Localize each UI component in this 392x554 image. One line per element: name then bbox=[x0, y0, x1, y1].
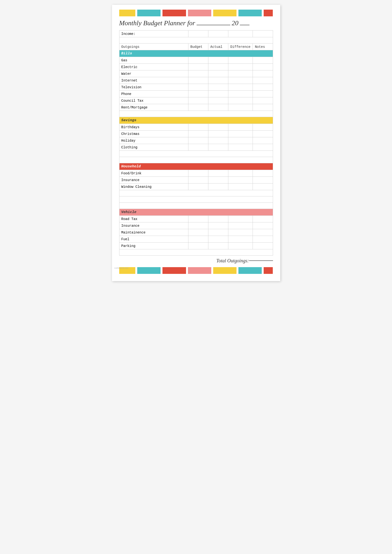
header-actual: Actual bbox=[208, 43, 228, 50]
table-row: Gas bbox=[119, 57, 273, 64]
household-empty-1 bbox=[119, 190, 273, 196]
household-empty-2 bbox=[119, 196, 273, 203]
title-text: Monthly Budget Planner for bbox=[119, 19, 196, 27]
income-notes bbox=[253, 30, 273, 37]
bar-yellow-2 bbox=[213, 10, 237, 16]
table-row: Road Tax bbox=[119, 216, 273, 222]
item-holiday: Holiday bbox=[119, 137, 189, 144]
bar-teal-1 bbox=[137, 10, 161, 16]
table-row: Food/Drink bbox=[119, 170, 273, 177]
table-row: Window Cleaning bbox=[119, 184, 273, 190]
item-water: Water bbox=[119, 71, 189, 77]
title-year-line bbox=[240, 25, 250, 25]
category-savings: Savings bbox=[119, 117, 273, 124]
income-budget bbox=[189, 30, 208, 37]
watermark: cod4source.com bbox=[114, 267, 129, 269]
table-row: Christmas bbox=[119, 131, 273, 137]
color-bar-top bbox=[119, 10, 273, 16]
page-title: Monthly Budget Planner for 20 bbox=[119, 19, 273, 27]
bar-bottom-teal-1 bbox=[137, 267, 161, 274]
table-row: Phone bbox=[119, 91, 273, 97]
savings-label: Savings bbox=[119, 117, 273, 124]
bar-bottom-pink-1 bbox=[188, 267, 211, 274]
column-headers: Outgoings Budget Actual Difference Notes bbox=[119, 43, 273, 50]
header-budget: Budget bbox=[189, 43, 208, 50]
table-row: Insurance bbox=[119, 222, 273, 229]
bar-bottom-teal-2 bbox=[238, 267, 262, 274]
table-row: Parking bbox=[119, 243, 273, 249]
header-notes: Notes bbox=[253, 43, 273, 50]
item-road-tax: Road Tax bbox=[119, 216, 189, 222]
item-council-tax: Council Tax bbox=[119, 97, 189, 104]
table-row: Clothing bbox=[119, 144, 273, 151]
item-gas: Gas bbox=[119, 57, 189, 64]
title-name-line bbox=[196, 25, 230, 25]
item-window-cleaning: Window Cleaning bbox=[119, 184, 189, 190]
table-row: Fuel bbox=[119, 236, 273, 243]
bar-red-2 bbox=[264, 10, 273, 16]
item-rent-mortgage: Rent/Mortgage bbox=[119, 104, 189, 111]
table-row: Holiday bbox=[119, 137, 273, 144]
category-bills: Bills bbox=[119, 50, 273, 57]
table-row: Water bbox=[119, 71, 273, 77]
table-row: Maintainence bbox=[119, 229, 273, 236]
income-diff bbox=[228, 30, 253, 37]
item-fuel: Fuel bbox=[119, 236, 189, 243]
page: Monthly Budget Planner for 20 Income: Ou… bbox=[112, 5, 280, 281]
income-actual bbox=[208, 30, 228, 37]
header-difference: Difference bbox=[228, 43, 253, 50]
bar-red-1 bbox=[162, 10, 186, 16]
item-clothing: Clothing bbox=[119, 144, 189, 151]
table-row: Television bbox=[119, 84, 273, 91]
budget-table: Income: Outgoings Budget Actual Differen… bbox=[119, 30, 273, 256]
income-row: Income: bbox=[119, 30, 273, 37]
bar-teal-2 bbox=[238, 10, 262, 16]
table-row: Council Tax bbox=[119, 97, 273, 104]
vehicle-empty bbox=[119, 249, 273, 256]
table-row: Internet bbox=[119, 77, 273, 84]
table-row: Electric bbox=[119, 64, 273, 71]
bar-yellow-1 bbox=[119, 10, 136, 16]
item-phone: Phone bbox=[119, 91, 189, 97]
savings-empty-2 bbox=[119, 157, 273, 163]
item-television: Television bbox=[119, 84, 189, 91]
bar-bottom-yellow-2 bbox=[213, 267, 237, 274]
title-year-prefix: 20 bbox=[232, 19, 238, 27]
item-parking: Parking bbox=[119, 243, 189, 249]
table-row: Rent/Mortgage bbox=[119, 104, 273, 111]
total-line bbox=[249, 260, 273, 261]
income-label: Income: bbox=[119, 30, 189, 37]
item-electric: Electric bbox=[119, 64, 189, 71]
vehicle-label: Vehicle bbox=[119, 209, 273, 216]
item-birthdays: Birthdays bbox=[119, 124, 189, 131]
item-internet: Internet bbox=[119, 77, 189, 84]
item-insurance-vehicle: Insurance bbox=[119, 222, 189, 229]
item-maintainence: Maintainence bbox=[119, 229, 189, 236]
bills-label: Bills bbox=[119, 50, 273, 57]
bills-empty bbox=[119, 111, 273, 117]
bar-pink-1 bbox=[188, 10, 211, 16]
household-empty-3 bbox=[119, 203, 273, 209]
total-outgoings-row: Total Outgoings: bbox=[119, 258, 273, 263]
category-household: Household bbox=[119, 163, 273, 170]
savings-empty-1 bbox=[119, 151, 273, 157]
total-label: Total Outgoings: bbox=[216, 258, 249, 263]
item-food-drink: Food/Drink bbox=[119, 170, 189, 177]
category-vehicle: Vehicle bbox=[119, 209, 273, 216]
table-row: Insurance bbox=[119, 177, 273, 184]
item-insurance-household: Insurance bbox=[119, 177, 189, 184]
household-label: Household bbox=[119, 163, 273, 170]
header-outgoings: Outgoings bbox=[119, 43, 189, 50]
bar-bottom-red-2 bbox=[264, 267, 273, 274]
table-row: Birthdays bbox=[119, 124, 273, 131]
color-bar-bottom bbox=[119, 267, 273, 274]
income-empty-row bbox=[119, 37, 273, 43]
item-christmas: Christmas bbox=[119, 131, 189, 137]
bar-bottom-red-1 bbox=[162, 267, 186, 274]
